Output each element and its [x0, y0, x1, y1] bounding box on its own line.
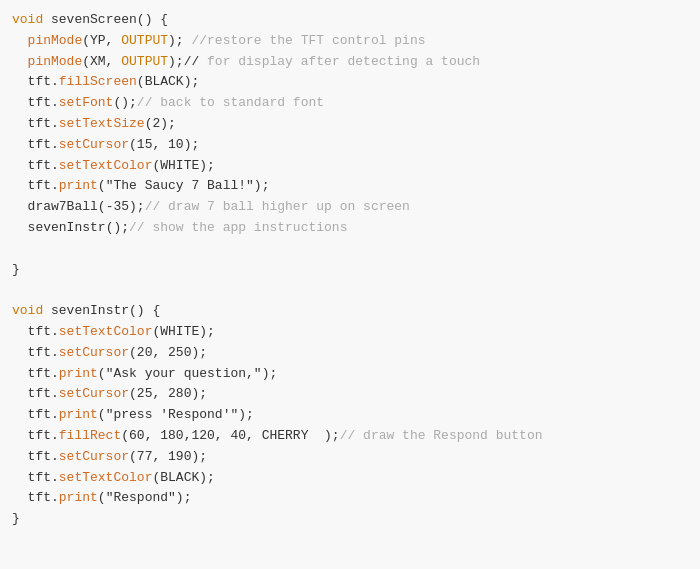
token: tft. [12, 95, 59, 110]
code-line: } [0, 260, 700, 281]
token: tft. [12, 178, 59, 193]
token: tft. [12, 386, 59, 401]
token: fillScreen [59, 74, 137, 89]
token: tft. [12, 366, 59, 381]
token: (YP, [82, 33, 121, 48]
code-line: tft.setTextColor(WHITE); [0, 156, 700, 177]
token: sevenInstr() { [43, 303, 160, 318]
token: } [12, 511, 20, 526]
token: pinMode [12, 54, 82, 69]
token: OUTPUT [121, 33, 168, 48]
code-line: tft.fillRect(60, 180,120, 40, CHERRY );/… [0, 426, 700, 447]
code-line: void sevenScreen() { [0, 10, 700, 31]
code-line: sevenInstr();// show the app instruction… [0, 218, 700, 239]
token: setCursor [59, 345, 129, 360]
token: ("The Saucy 7 Ball!"); [98, 178, 270, 193]
token: (); [113, 95, 136, 110]
token: void [12, 303, 43, 318]
token: tft. [12, 158, 59, 173]
token: (); [106, 220, 129, 235]
code-line: tft.fillScreen(BLACK); [0, 72, 700, 93]
code-line: tft.setTextColor(WHITE); [0, 322, 700, 343]
token: ("Ask your question,"); [98, 366, 277, 381]
code-line: tft.setTextSize(2); [0, 114, 700, 135]
token: setTextSize [59, 116, 145, 131]
token: (-35); [98, 199, 145, 214]
token: (77, 190); [129, 449, 207, 464]
token: (60, 180,120, 40, CHERRY ); [121, 428, 339, 443]
token: (WHITE); [152, 324, 214, 339]
token: sevenInstr [12, 220, 106, 235]
code-line: tft.print("Respond"); [0, 488, 700, 509]
token: // draw the Respond button [340, 428, 543, 443]
token: for display after detecting a touch [199, 54, 480, 69]
code-line [0, 239, 700, 260]
token: // back to standard font [137, 95, 324, 110]
token: tft. [12, 137, 59, 152]
code-line: tft.print("Ask your question,"); [0, 364, 700, 385]
code-line: } [0, 509, 700, 530]
token: tft. [12, 470, 59, 485]
token: print [59, 490, 98, 505]
token: } [12, 262, 20, 277]
token: OUTPUT [121, 54, 168, 69]
token: (25, 280); [129, 386, 207, 401]
token: print [59, 366, 98, 381]
token: ); [168, 33, 191, 48]
token: //restore the TFT control pins [191, 33, 425, 48]
token: tft. [12, 116, 59, 131]
token: (BLACK); [152, 470, 214, 485]
code-line: tft.setCursor(25, 280); [0, 384, 700, 405]
code-line: tft.setTextColor(BLACK); [0, 468, 700, 489]
token: sevenScreen() { [43, 12, 168, 27]
token: (2); [145, 116, 176, 131]
token: setCursor [59, 449, 129, 464]
token: );// [168, 54, 199, 69]
token: ("Respond"); [98, 490, 192, 505]
code-line: tft.print("press 'Respond'"); [0, 405, 700, 426]
code-line: tft.setFont();// back to standard font [0, 93, 700, 114]
token: // draw 7 ball higher up on screen [145, 199, 410, 214]
token: // show the app instructions [129, 220, 347, 235]
token: tft. [12, 74, 59, 89]
token: fillRect [59, 428, 121, 443]
token: tft. [12, 449, 59, 464]
code-line: pinMode(YP, OUTPUT); //restore the TFT c… [0, 31, 700, 52]
token: setCursor [59, 386, 129, 401]
code-line: draw7Ball(-35);// draw 7 ball higher up … [0, 197, 700, 218]
token: tft. [12, 428, 59, 443]
code-line: tft.setCursor(15, 10); [0, 135, 700, 156]
code-line: tft.setCursor(77, 190); [0, 447, 700, 468]
token: (15, 10); [129, 137, 199, 152]
token: setTextColor [59, 324, 153, 339]
token: setTextColor [59, 158, 153, 173]
token: (BLACK); [137, 74, 199, 89]
token: pinMode [12, 33, 82, 48]
code-line: tft.setCursor(20, 250); [0, 343, 700, 364]
token: tft. [12, 407, 59, 422]
code-line: void sevenInstr() { [0, 301, 700, 322]
token: tft. [12, 324, 59, 339]
token: tft. [12, 490, 59, 505]
token: ("press 'Respond'"); [98, 407, 254, 422]
token: tft. [12, 345, 59, 360]
token: print [59, 178, 98, 193]
token: (WHITE); [152, 158, 214, 173]
token: setCursor [59, 137, 129, 152]
code-container: void sevenScreen() { pinMode(YP, OUTPUT)… [0, 0, 700, 540]
token: print [59, 407, 98, 422]
code-line: pinMode(XM, OUTPUT);// for display after… [0, 52, 700, 73]
token: setFont [59, 95, 114, 110]
token: void [12, 12, 43, 27]
token: (XM, [82, 54, 121, 69]
token: draw7Ball [12, 199, 98, 214]
token: setTextColor [59, 470, 153, 485]
code-line [0, 280, 700, 301]
code-line: tft.print("The Saucy 7 Ball!"); [0, 176, 700, 197]
token: (20, 250); [129, 345, 207, 360]
